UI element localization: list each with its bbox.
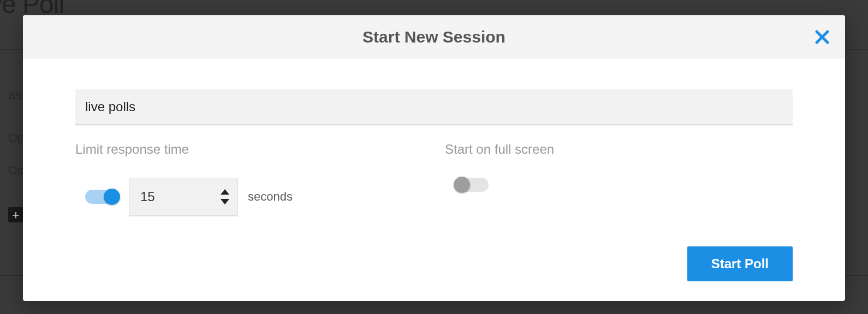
response-time-input[interactable]	[129, 178, 206, 215]
response-time-unit: seconds	[248, 190, 293, 204]
background-option-1: Op	[8, 131, 24, 145]
stepper-down-icon[interactable]	[221, 199, 229, 204]
modal-footer: Start Poll	[23, 246, 845, 301]
close-icon	[814, 29, 830, 45]
limit-response-time-label: Limit response time	[75, 142, 423, 157]
start-poll-button[interactable]: Start Poll	[687, 246, 793, 281]
fullscreen-controls	[445, 178, 793, 192]
stepper-arrows	[218, 178, 232, 215]
toggle-knob	[454, 177, 470, 193]
modal-title: Start New Session	[362, 28, 506, 46]
options-row: Limit response time seconds	[75, 142, 793, 216]
toggle-knob	[104, 189, 120, 205]
modal-body: Limit response time seconds	[23, 59, 845, 246]
background-row-label: as	[8, 87, 22, 102]
fullscreen-label: Start on full screen	[445, 142, 793, 157]
limit-response-time-section: Limit response time seconds	[75, 142, 423, 216]
limit-response-time-toggle[interactable]	[85, 190, 119, 204]
modal-header: Start New Session	[23, 15, 845, 59]
start-session-modal: Start New Session Limit response time	[23, 15, 845, 301]
stepper-up-icon[interactable]	[221, 189, 229, 195]
fullscreen-section: Start on full screen	[445, 142, 793, 216]
background-option-2: Op	[8, 164, 24, 178]
limit-response-time-controls: seconds	[75, 178, 423, 216]
close-button[interactable]	[812, 27, 832, 47]
session-name-input[interactable]	[75, 89, 793, 125]
fullscreen-toggle[interactable]	[455, 178, 489, 192]
plus-icon: ＋	[8, 207, 23, 222]
response-time-stepper[interactable]	[129, 178, 238, 216]
